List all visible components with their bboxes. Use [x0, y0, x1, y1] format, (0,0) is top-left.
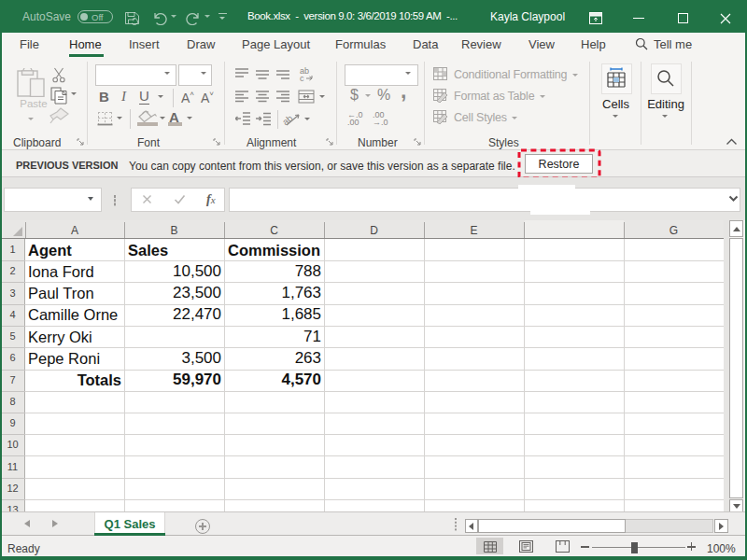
svg-text:c: c: [300, 74, 304, 81]
